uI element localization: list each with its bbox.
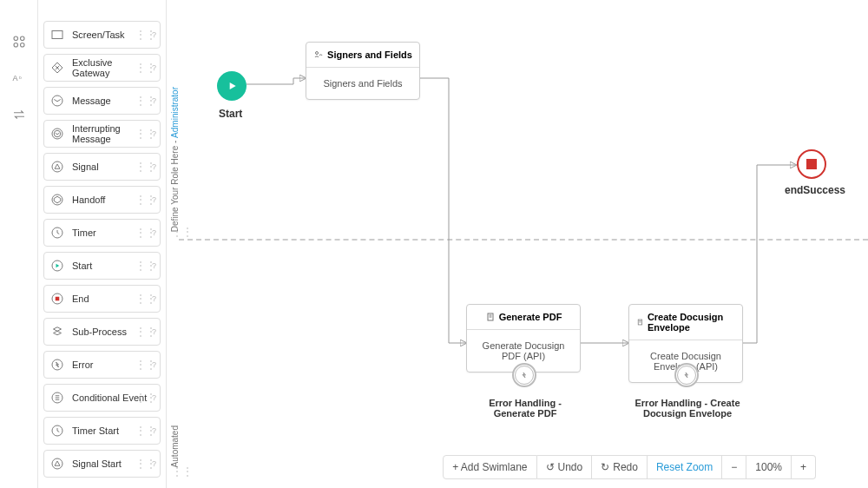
tool-sidebar: Aᵇ	[0, 0, 38, 488]
palette-exclusive-gateway[interactable]: Exclusive Gateway?⋮⋮	[43, 54, 161, 82]
end-node[interactable]	[797, 149, 826, 179]
swap-icon[interactable]	[5, 101, 33, 129]
palette-error[interactable]: Error?⋮⋮	[43, 351, 161, 379]
swimlane-grip[interactable]: ⋮⋮	[172, 465, 193, 478]
svg-point-2	[14, 43, 18, 48]
end-node-label: endSuccess	[785, 184, 845, 196]
svg-point-7	[52, 96, 62, 106]
palette-timer[interactable]: Timer?⋮⋮	[43, 219, 161, 247]
palette-start[interactable]: Start?⋮⋮	[43, 252, 161, 280]
task-body: Signers and Fields	[306, 68, 419, 99]
canvas: Define Your Role Here - Administrator ⋮⋮…	[167, 0, 868, 488]
error-boundary-icon[interactable]	[674, 363, 699, 387]
swimlane-admin-label: Define Your Role Here - Administrator	[170, 87, 180, 232]
svg-text:ᵇ: ᵇ	[19, 76, 22, 82]
palette-panel: Screen/Task?⋮⋮ Exclusive Gateway?⋮⋮ Mess…	[38, 0, 167, 488]
svg-point-10	[52, 162, 62, 172]
zoom-out-button[interactable]: −	[722, 455, 746, 479]
palette-subprocess[interactable]: Sub-Process?⋮⋮	[43, 318, 161, 346]
undo-button[interactable]: ↺Undo	[537, 455, 593, 479]
swimlane-automated-label: Automated	[170, 425, 180, 467]
reset-zoom-button[interactable]: Reset Zoom	[648, 455, 722, 479]
error-label: Error Handling - Generate PDF	[469, 398, 582, 419]
swimlane-grip[interactable]: ⋮⋮	[172, 226, 193, 238]
task-title: Signers and Fields	[327, 49, 412, 60]
svg-point-20	[316, 52, 319, 55]
settings-icon[interactable]	[5, 28, 33, 56]
svg-point-19	[52, 458, 62, 469]
signers-fields-task[interactable]: Signers and Fields Signers and Fields	[306, 42, 420, 100]
text-icon[interactable]: Aᵇ	[5, 64, 33, 92]
svg-point-3	[20, 43, 24, 48]
task-title: Create Docusign Envelope	[648, 312, 737, 333]
palette-handoff[interactable]: Handoff?⋮⋮	[43, 186, 161, 214]
add-swimlane-button[interactable]: + Add Swimlane	[443, 455, 536, 479]
svg-point-0	[14, 36, 18, 41]
svg-point-1	[20, 36, 24, 41]
error-boundary-icon[interactable]	[512, 363, 536, 387]
palette-interrupting-message[interactable]: Interrupting Message?⋮⋮	[43, 120, 161, 148]
palette-message[interactable]: Message?⋮⋮	[43, 87, 161, 115]
redo-button[interactable]: ↻Redo	[592, 455, 648, 479]
swimlane-divider	[179, 239, 868, 241]
zoom-level: 100%	[746, 455, 792, 479]
start-node-label: Start	[219, 108, 242, 120]
palette-conditional-event[interactable]: Conditional Event?⋮⋮	[43, 384, 161, 412]
canvas-toolbar: + Add Swimlane ↺Undo ↻Redo Reset Zoom − …	[443, 455, 816, 479]
zoom-in-button[interactable]: +	[792, 455, 816, 479]
palette-signal[interactable]: Signal?⋮⋮	[43, 153, 161, 181]
svg-text:A: A	[12, 74, 17, 82]
svg-rect-6	[52, 31, 62, 39]
svg-point-9	[54, 130, 61, 137]
palette-end[interactable]: End?⋮⋮	[43, 285, 161, 313]
palette-screen-task[interactable]: Screen/Task?⋮⋮	[43, 21, 161, 49]
task-title: Generate PDF	[499, 312, 562, 322]
palette-signal-start[interactable]: Signal Start?⋮⋮	[43, 450, 161, 478]
start-node[interactable]	[217, 71, 247, 101]
svg-rect-15	[56, 297, 60, 301]
error-label: Error Handling - Create Docusign Envelop…	[631, 398, 744, 419]
palette-timer-start[interactable]: Timer Start?⋮⋮	[43, 417, 161, 445]
